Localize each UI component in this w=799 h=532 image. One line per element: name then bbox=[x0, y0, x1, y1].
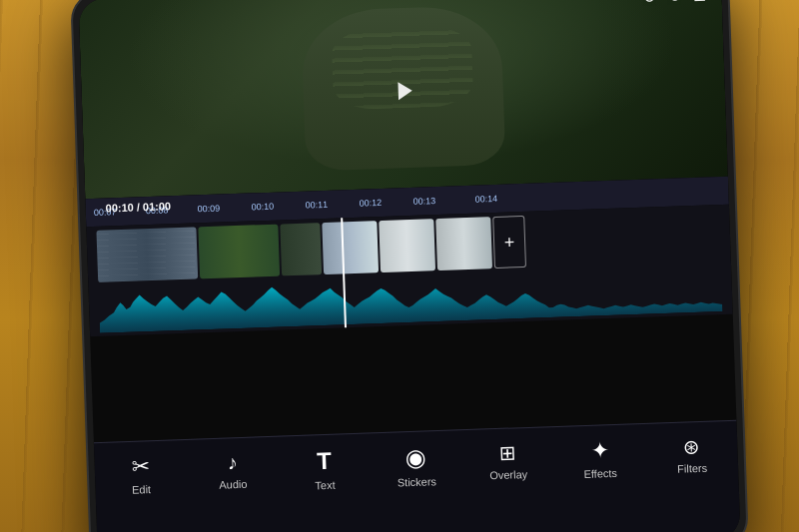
text-label: Text bbox=[315, 479, 336, 492]
tool-effects[interactable]: ✦ Effects bbox=[569, 438, 630, 480]
export-button[interactable]: ⊡ bbox=[692, 0, 706, 5]
filters-label: Filters bbox=[677, 462, 707, 475]
time-marker-12: 00:12 bbox=[359, 198, 382, 209]
stickers-icon: ◉ bbox=[405, 446, 427, 471]
tool-text[interactable]: T Text bbox=[294, 448, 355, 492]
text-icon: T bbox=[317, 449, 333, 473]
edit-label: Edit bbox=[132, 483, 151, 496]
time-marker-13: 00:13 bbox=[412, 196, 435, 207]
tool-overlay[interactable]: ⊞ Overlay bbox=[477, 442, 538, 482]
stickers-label: Stickers bbox=[398, 475, 437, 488]
add-clip-button[interactable]: + bbox=[492, 216, 526, 268]
play-icon bbox=[398, 82, 412, 100]
toolbar-items: ✂ Edit ♪ Audio T Text ◉ Stickers ⊞ bbox=[94, 435, 738, 499]
current-time-display: 00:10 / 01:00 bbox=[105, 200, 171, 214]
clip-nature[interactable] bbox=[198, 225, 280, 279]
ton-label: Ton bbox=[383, 410, 399, 422]
clip-white2[interactable] bbox=[379, 219, 435, 272]
audio-label: Audio bbox=[219, 478, 248, 491]
filters-icon: ⊛ bbox=[683, 436, 701, 457]
bottom-toolbar: ✂ Edit ♪ Audio T Text ◉ Stickers ⊞ bbox=[94, 420, 741, 532]
tool-stickers[interactable]: ◉ Stickers bbox=[386, 445, 446, 489]
undo-button[interactable]: ↺ bbox=[642, 0, 656, 7]
tool-audio[interactable]: ♪ Audio bbox=[202, 451, 263, 491]
clip-city[interactable] bbox=[96, 227, 198, 281]
tool-edit[interactable]: ✂ Edit bbox=[110, 454, 171, 496]
clip-nature2[interactable] bbox=[280, 223, 322, 275]
clip-white1[interactable] bbox=[322, 221, 379, 274]
effects-icon: ✦ bbox=[590, 439, 609, 462]
clip-white3[interactable] bbox=[435, 217, 492, 270]
time-marker-10: 00:10 bbox=[252, 202, 275, 213]
phone-device: ↺ ↻ ⊡ 00:07 00:08 00:09 00:10 00:11 00:1… bbox=[70, 0, 749, 532]
edit-icon: ✂ bbox=[131, 455, 150, 478]
timeline-area[interactable]: + bbox=[86, 205, 732, 336]
time-marker-9: 00:09 bbox=[198, 204, 221, 215]
tool-filters[interactable]: ⊛ Filters bbox=[661, 435, 722, 475]
audio-icon: ♪ bbox=[227, 452, 238, 472]
redo-button[interactable]: ↻ bbox=[667, 0, 681, 6]
overlay-icon: ⊞ bbox=[499, 442, 517, 463]
phone-screen: ↺ ↻ ⊡ 00:07 00:08 00:09 00:10 00:11 00:1… bbox=[78, 0, 740, 532]
time-marker-11: 00:11 bbox=[306, 200, 329, 211]
play-button[interactable] bbox=[385, 72, 421, 109]
time-marker-14: 00:14 bbox=[474, 194, 497, 205]
overlay-label: Overlay bbox=[489, 468, 527, 481]
video-preview[interactable]: ↺ ↻ ⊡ bbox=[78, 0, 728, 199]
effects-label: Effects bbox=[583, 467, 617, 480]
